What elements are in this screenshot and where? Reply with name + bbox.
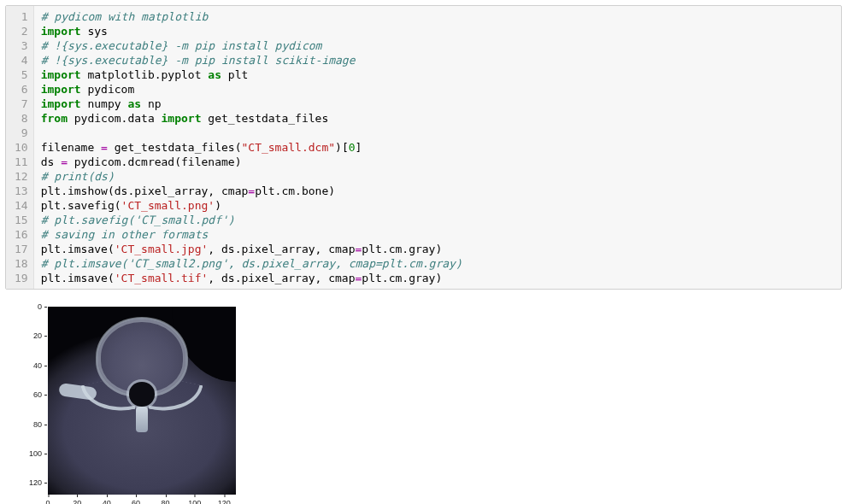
line-number: 9	[15, 126, 28, 140]
line-number: 15	[15, 213, 28, 227]
line-number: 1	[15, 9, 28, 24]
plot-image	[48, 307, 236, 495]
line-number: 11	[15, 155, 28, 169]
x-tick-label: 20	[73, 496, 81, 504]
line-number: 17	[15, 242, 28, 256]
code-line[interactable]: filename = get_testdata_files("CT_small.…	[41, 140, 834, 155]
line-number: 4	[15, 53, 28, 67]
code-line[interactable]: # !{sys.executable} -m pip install sciki…	[41, 53, 834, 67]
code-line[interactable]: from pydicom.data import get_testdata_fi…	[41, 111, 834, 126]
x-axis-ticks: 020406080100120	[48, 496, 236, 504]
code-line[interactable]: plt.imsave('CT_small.tif', ds.pixel_arra…	[41, 271, 834, 285]
line-number: 5	[15, 67, 28, 82]
code-line[interactable]: import matplotlib.pyplot as plt	[41, 67, 834, 82]
y-tick-label: 0	[38, 302, 44, 311]
line-number: 19	[15, 271, 28, 285]
x-tick-label: 60	[132, 496, 140, 504]
code-line[interactable]: # !{sys.executable} -m pip install pydic…	[41, 38, 834, 53]
line-number: 2	[15, 24, 28, 38]
line-number: 6	[15, 82, 28, 97]
code-line[interactable]	[41, 126, 834, 140]
code-editor[interactable]: # pydicom with matplotlibimport sys# !{s…	[34, 6, 841, 289]
code-line[interactable]: # pydicom with matplotlib	[41, 9, 834, 24]
code-line[interactable]: ds = pydicom.dcmread(filename)	[41, 155, 834, 169]
line-number: 8	[15, 111, 28, 126]
code-line[interactable]: import numpy as np	[41, 97, 834, 111]
x-tick-label: 100	[188, 496, 201, 504]
y-tick-label: 60	[33, 390, 44, 399]
y-tick-label: 120	[29, 478, 44, 487]
code-line[interactable]: # print(ds)	[41, 169, 834, 184]
line-number-gutter: 12345678910111213141516171819	[6, 6, 34, 289]
code-line[interactable]: plt.savefig('CT_small.png')	[41, 198, 834, 213]
code-line[interactable]: import sys	[41, 24, 834, 38]
line-number: 18	[15, 256, 28, 271]
y-tick-label: 80	[33, 420, 44, 429]
line-number: 7	[15, 97, 28, 111]
y-tick-label: 40	[33, 361, 44, 370]
y-axis-ticks: 020406080100120	[9, 307, 44, 495]
code-line[interactable]: import pydicom	[41, 82, 834, 97]
code-line[interactable]: # plt.imsave('CT_small2.png', ds.pixel_a…	[41, 256, 834, 271]
line-number: 12	[15, 169, 28, 184]
code-cell[interactable]: 12345678910111213141516171819 # pydicom …	[5, 5, 842, 290]
code-line[interactable]: # plt.savefig('CT_small.pdf')	[41, 213, 834, 227]
x-tick-label: 80	[161, 496, 169, 504]
code-line[interactable]: plt.imshow(ds.pixel_array, cmap=plt.cm.b…	[41, 184, 834, 198]
line-number: 13	[15, 184, 28, 198]
code-line[interactable]: # saving in other formats	[41, 227, 834, 242]
line-number: 16	[15, 227, 28, 242]
y-tick-label: 100	[29, 449, 44, 458]
output-plot: 020406080100120 020406080100120	[9, 302, 244, 504]
y-tick-label: 20	[33, 331, 44, 340]
line-number: 10	[15, 140, 28, 155]
line-number: 3	[15, 38, 28, 53]
line-number: 14	[15, 198, 28, 213]
x-tick-label: 40	[103, 496, 111, 504]
x-tick-label: 0	[45, 496, 50, 504]
code-line[interactable]: plt.imsave('CT_small.jpg', ds.pixel_arra…	[41, 242, 834, 256]
x-tick-label: 120	[218, 496, 231, 504]
